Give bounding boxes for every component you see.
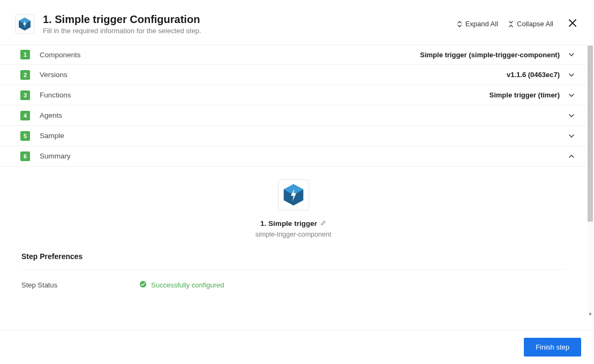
step-number-badge: 4 [20,111,30,120]
step-status-value: Successfully configured [151,281,224,289]
section-value: Simple trigger (simple-trigger-component… [420,51,560,59]
page-subtitle: Fill in the required information for the… [43,27,456,35]
section-label: Agents [40,111,560,119]
expand-all-icon [456,21,463,27]
expand-all-button[interactable]: Expand All [456,20,498,28]
section-summary[interactable]: 6 Summary [0,146,587,166]
close-icon [568,19,577,27]
trigger-hexagon-icon [15,14,34,34]
section-components[interactable]: 1 Components Simple trigger (simple-trig… [0,44,587,65]
scrollbar-track[interactable]: ▼ [588,46,593,316]
section-sample[interactable]: 5 Sample [0,126,587,146]
chevron-down-icon [568,51,575,58]
section-functions[interactable]: 3 Functions Simple trigger (timer) [0,85,587,105]
scrollbar-down-arrow-icon[interactable]: ▼ [588,311,593,317]
collapse-all-button[interactable]: Collapse All [508,20,553,28]
step-status-row: Step Status Successfully configured [21,280,565,295]
page-title: 1. Simple trigger Configuration [43,13,456,26]
close-button[interactable] [566,18,579,30]
collapse-all-icon [508,21,514,27]
summary-subtitle: simple-trigger-component [21,231,565,238]
step-number-badge: 3 [20,90,30,100]
chevron-down-icon [568,72,575,78]
content-scroll-region: 1 Components Simple trigger (simple-trig… [0,44,594,317]
step-status-label: Step Status [21,281,139,289]
summary-panel: 1. Simple trigger simple-trigger-compone… [0,166,587,300]
section-label: Components [40,51,420,59]
scrollbar-thumb[interactable] [588,46,593,222]
step-number-badge: 5 [20,131,30,141]
section-label: Functions [40,91,490,99]
section-value: Simple trigger (timer) [490,91,560,99]
step-preferences-heading: Step Preferences [21,252,565,270]
collapse-all-label: Collapse All [517,20,553,28]
success-check-icon [139,280,147,290]
chevron-down-icon [568,92,575,98]
finish-step-button[interactable]: Finish step [524,338,581,357]
section-versions[interactable]: 2 Versions v1.1.6 (0463ec7) [0,65,587,85]
chevron-down-icon [568,112,575,119]
edit-icon[interactable] [320,220,326,228]
chevron-down-icon [568,133,575,139]
step-number-badge: 1 [20,50,30,59]
section-label: Versions [40,71,507,79]
step-number-badge: 2 [20,70,30,80]
summary-title: 1. Simple trigger [260,219,317,228]
section-label: Summary [40,152,560,160]
trigger-hexagon-icon [278,179,309,210]
dialog-header: 1. Simple trigger Configuration Fill in … [0,0,594,44]
step-number-badge: 6 [20,151,30,161]
dialog-footer: Finish step [0,330,594,364]
expand-all-label: Expand All [465,20,498,28]
section-agents[interactable]: 4 Agents [0,105,587,126]
section-value: v1.1.6 (0463ec7) [507,71,560,79]
section-label: Sample [40,132,560,140]
chevron-up-icon [568,153,575,160]
